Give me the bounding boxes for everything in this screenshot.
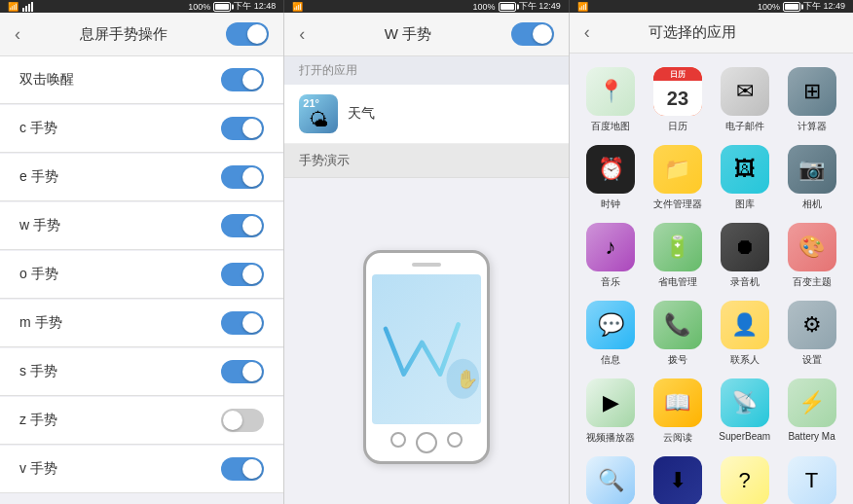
gesture-w-drawing: ✋ <box>372 274 481 424</box>
app-label-0: 百度地图 <box>591 120 630 133</box>
panel-3-title: 可选择的应用 <box>590 23 796 42</box>
app-icon-21: ⬇ <box>653 456 702 504</box>
app-cell-4[interactable]: ⏰时钟 <box>577 139 645 217</box>
app-icon-7: 📷 <box>788 145 836 194</box>
toggle-double-tap[interactable] <box>221 68 264 91</box>
battery-percent-1: 100% <box>188 2 210 12</box>
status-left-2: 📶 <box>292 2 303 12</box>
app-cell-9[interactable]: 🔋省电管理 <box>644 217 711 295</box>
app-cell-7[interactable]: 📷相机 <box>778 139 845 217</box>
app-cell-21[interactable]: ⬇下载管理 <box>644 450 711 504</box>
weather-temp: 21° <box>303 97 319 109</box>
app-label-6: 图库 <box>735 198 755 211</box>
app-label-4: 时钟 <box>601 198 620 211</box>
weather-app-icon: 21° 🌤 <box>299 94 338 133</box>
app-cell-20[interactable]: 🔍百度 <box>577 450 645 504</box>
setting-row-e: e 手势 <box>0 154 283 201</box>
app-icon-0: 📍 <box>586 67 635 116</box>
section-open-app: 打开的应用 <box>284 56 568 85</box>
app-cell-10[interactable]: ⏺录音机 <box>711 217 778 295</box>
app-label-14: 联系人 <box>730 353 760 367</box>
app-cell-13[interactable]: 📞拨号 <box>644 295 711 373</box>
weather-emoji: 🌤 <box>309 109 328 131</box>
app-cell-0[interactable]: 📍百度地图 <box>577 61 645 139</box>
weather-app-row[interactable]: 21° 🌤 天气 <box>284 85 568 144</box>
toggle-o[interactable] <box>221 263 264 286</box>
app-cell-22[interactable]: ?什么值得买 <box>711 450 778 504</box>
status-right-1: 100% 下午 12:48 <box>188 0 276 13</box>
toggle-s[interactable] <box>221 360 264 383</box>
app-cell-1[interactable]: 日历23日历 <box>644 61 711 139</box>
app-label-13: 拨号 <box>668 353 687 367</box>
app-icon-1: 日历23 <box>653 67 702 116</box>
app-cell-14[interactable]: 👤联系人 <box>711 295 778 373</box>
panel-2-title: W 手势 <box>305 25 510 44</box>
gesture-demo-label: 手势演示 <box>299 152 350 169</box>
app-icon-14: 👤 <box>721 301 769 349</box>
settings-list-1: 双击唤醒 c 手势 e 手势 w 手势 o 手势 m 手势 <box>0 56 283 504</box>
app-cell-17[interactable]: 📖云阅读 <box>644 373 711 450</box>
app-label-2: 电子邮件 <box>725 120 764 133</box>
weather-app-name: 天气 <box>348 105 375 123</box>
app-cell-8[interactable]: ♪音乐 <box>577 217 645 295</box>
app-icon-5: 📁 <box>653 145 702 194</box>
battery-icon-2 <box>499 2 516 12</box>
app-cell-23[interactable]: TTCL <box>778 450 845 504</box>
app-icon-22: ? <box>721 456 769 504</box>
toggle-v[interactable] <box>221 457 264 481</box>
panel-1-toggle-knob <box>247 24 267 44</box>
app-label-18: SuperBeam <box>719 431 770 442</box>
app-label-10: 录音机 <box>730 275 760 289</box>
panel-1-toggle[interactable] <box>226 22 269 46</box>
app-cell-5[interactable]: 📁文件管理器 <box>644 139 711 217</box>
phone-illustration-container: ✋ <box>284 178 568 504</box>
setting-row-v: v 手势 <box>0 446 283 493</box>
app-icon-10: ⏺ <box>721 223 769 271</box>
app-icon-16: ▶ <box>586 378 635 427</box>
status-bar-3: 📶 100% 下午 12:49 <box>570 0 853 13</box>
app-cell-3[interactable]: ⊞计算器 <box>778 61 845 139</box>
setting-row-m: m 手势 <box>0 300 283 347</box>
app-icon-8: ♪ <box>586 223 635 271</box>
setting-label-v: v 手势 <box>19 460 57 478</box>
app-cell-18[interactable]: 📡SuperBeam <box>711 373 778 450</box>
gesture-demo-row: 手势演示 <box>284 144 568 178</box>
phone-home-btn <box>416 432 437 453</box>
setting-label-w: w 手势 <box>19 217 60 234</box>
toggle-m[interactable] <box>221 311 264 335</box>
panel-2-toggle[interactable] <box>511 22 554 46</box>
time-3: 下午 12:49 <box>803 0 845 13</box>
app-cell-11[interactable]: 🎨百变主题 <box>778 217 845 295</box>
wifi-icon-1: 📶 <box>8 2 19 12</box>
battery-icon-3 <box>783 2 800 12</box>
time-2: 下午 12:49 <box>519 0 561 13</box>
toggle-w[interactable] <box>221 214 264 237</box>
time-1: 下午 12:48 <box>234 0 276 13</box>
toggle-e[interactable] <box>221 165 264 189</box>
wifi-icon-2: 📶 <box>292 2 303 12</box>
app-icon-13: 📞 <box>653 301 702 349</box>
setting-label-e: e 手势 <box>19 168 58 186</box>
toggle-c[interactable] <box>221 117 264 140</box>
setting-row-o: o 手势 <box>0 251 283 299</box>
app-cell-15[interactable]: ⚙设置 <box>778 295 845 373</box>
app-cell-6[interactable]: 🖼图库 <box>711 139 778 217</box>
toggle-z[interactable] <box>221 409 264 432</box>
status-bar-1: 📶 100% 下午 12:48 <box>0 0 284 13</box>
app-cell-12[interactable]: 💬信息 <box>577 295 645 373</box>
app-icon-20: 🔍 <box>586 456 635 504</box>
battery-percent-2: 100% <box>473 2 496 12</box>
status-bar-row: 📶 100% 下午 12:48 📶 100% 下午 12:49 📶 <box>0 0 853 13</box>
app-icon-2: ✉ <box>721 67 769 116</box>
app-cell-19[interactable]: ⚡Battery Ma <box>778 373 845 450</box>
app-cell-2[interactable]: ✉电子邮件 <box>711 61 778 139</box>
status-right-2: 100% 下午 12:49 <box>473 0 561 13</box>
app-cell-16[interactable]: ▶视频播放器 <box>577 373 645 450</box>
app-icon-9: 🔋 <box>653 223 702 271</box>
status-right-3: 100% 下午 12:49 <box>758 0 845 13</box>
status-left-3: 📶 <box>577 2 588 12</box>
panel-2-toggle-knob <box>533 24 552 44</box>
setting-label-c: c 手势 <box>19 120 57 137</box>
app-label-17: 云阅读 <box>663 431 692 445</box>
svg-text:✋: ✋ <box>456 368 479 390</box>
